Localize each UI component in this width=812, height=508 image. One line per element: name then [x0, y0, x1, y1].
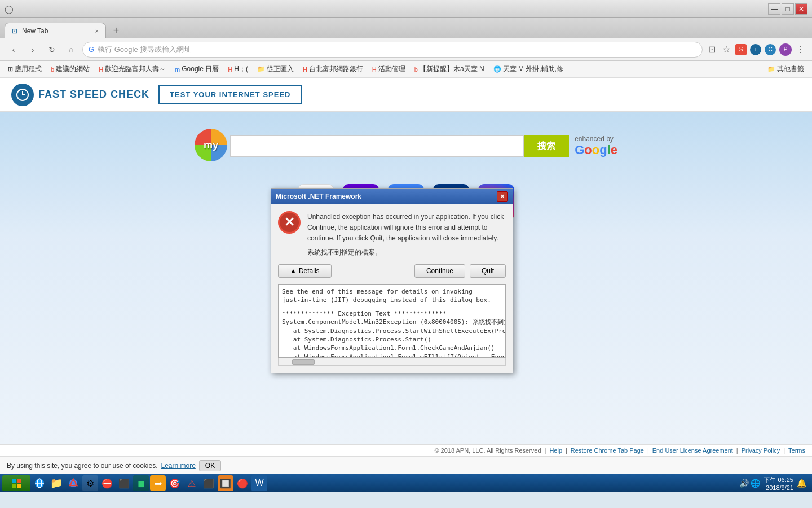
address-bar[interactable]: G 執行 Google 搜尋或輸入網址	[82, 42, 703, 58]
bookmark-fubon[interactable]: H 歡迎光臨富邦人壽～	[95, 63, 169, 75]
taskbar-app9[interactable]: 🔲	[218, 475, 233, 491]
new-tab-button[interactable]: +	[108, 23, 124, 38]
refresh-button[interactable]: ↻	[44, 42, 60, 58]
bookmark-icon2: H	[99, 66, 103, 73]
title-bar: ◯ — □ ✕	[0, 0, 812, 18]
scroll-thumb[interactable]	[292, 359, 315, 365]
dialog-buttons: ▲ Details Continue Quit	[278, 264, 506, 278]
dialog-main-message: Unhandled exception has occurred in your…	[307, 211, 506, 257]
bookmark-plugin[interactable]: 🌐 天室 M 外掛,輔助,修	[490, 63, 567, 75]
details-button[interactable]: ▲ Details	[278, 264, 332, 278]
svg-rect-8	[17, 484, 21, 488]
ext-icon3[interactable]: C	[765, 44, 776, 55]
taskbar-app11[interactable]: W	[251, 475, 267, 491]
taskbar-app4[interactable]: ◼	[133, 475, 149, 491]
bookmark-others[interactable]: 📁 其他書籤	[764, 63, 807, 75]
bookmark-suggested[interactable]: b 建議的網站	[47, 63, 93, 75]
tab-favicon: ⊡	[12, 27, 17, 35]
ext-icon1[interactable]: S	[735, 44, 747, 55]
log-spacer	[282, 305, 502, 309]
taskbar-app3[interactable]: ⬛	[116, 475, 132, 491]
svg-rect-6	[17, 479, 21, 483]
bookmark-h[interactable]: H H；(	[224, 63, 251, 75]
log-body-text: ************** Exception Text **********…	[282, 309, 502, 358]
home-button[interactable]: ⌂	[63, 42, 79, 58]
bookmark-icon1: b	[51, 66, 54, 73]
address-icons: ⊡ ☆ S i C P ⋮	[706, 43, 806, 56]
taskbar-app7[interactable]: ⚠	[184, 475, 200, 491]
bookmark-icon7: 🌐	[493, 65, 501, 73]
error-icon: ✕	[278, 211, 301, 234]
calendar-icon: m	[175, 66, 180, 73]
taskbar-app10[interactable]: 🔴	[235, 475, 250, 491]
start-button[interactable]	[2, 475, 30, 491]
taskbar: 📁 ⚙ ⛔ ⬛ ◼ ➡ 🎯 ⚠ ⬛ 🔲 🔴 W 🔊 🌐 下午 06:25 201…	[0, 474, 812, 492]
bookmark-icon[interactable]: ☆	[721, 44, 732, 55]
close-button[interactable]: ✕	[795, 3, 807, 15]
bookmark-calendar[interactable]: m Google 日曆	[171, 63, 222, 75]
folder-icon2: 📁	[767, 65, 775, 73]
ext-icon2[interactable]: i	[750, 44, 761, 55]
dialog-sub-message: 系統找不到指定的檔案。	[307, 248, 506, 257]
tab-bar: ⊡ New Tab × +	[0, 18, 812, 38]
bookmark-apps[interactable]: ⊞ 應用程式	[5, 63, 45, 75]
bookmark-plugin-label: 天室 M 外掛,輔助,修	[503, 64, 563, 74]
taskbar-app8[interactable]: ⬛	[201, 475, 217, 491]
google-icon: G	[89, 45, 94, 54]
bookmark-notice[interactable]: b 【新提醒】木a天室 N	[411, 63, 488, 75]
chrome-icon: ◯	[5, 5, 14, 14]
dialog-log[interactable]: See the end of this message for details …	[278, 284, 506, 358]
forward-button[interactable]: ›	[25, 42, 41, 58]
dialog-header: ✕ Unhandled exception has occurred in yo…	[278, 211, 506, 257]
menu-button[interactable]: ⋮	[795, 44, 806, 55]
bookmark-folder1[interactable]: 📁 從正匯入	[254, 63, 297, 75]
bookmark-bank[interactable]: H 台北富邦網路銀行	[299, 63, 367, 75]
bookmark-activity[interactable]: H 活動管理	[369, 63, 409, 75]
bookmark-icon3: H	[228, 66, 232, 73]
bookmark-icon4: H	[303, 66, 307, 73]
bookmark-activity-label: 活動管理	[378, 64, 405, 74]
taskbar-explorer[interactable]: 📁	[48, 475, 64, 491]
continue-button[interactable]: Continue	[414, 264, 465, 278]
page-content: FAST SPEED CHECK TEST YOUR INTERNET SPEE…	[0, 78, 812, 474]
system-tray: 🔊 🌐	[739, 479, 761, 488]
quit-button[interactable]: Quit	[470, 264, 506, 278]
notifications-icon[interactable]: 🔔	[797, 479, 806, 488]
taskbar-app5[interactable]: ➡	[150, 475, 166, 491]
bookmark-suggested-label: 建議的網站	[56, 64, 90, 74]
svg-rect-7	[12, 484, 16, 488]
clock[interactable]: 下午 06:25 2018/9/21	[764, 476, 793, 491]
taskbar-app1[interactable]: ⚙	[82, 475, 98, 491]
maximize-button[interactable]: □	[782, 3, 794, 15]
minimize-button[interactable]: —	[768, 3, 780, 15]
dialog-close-button[interactable]: ×	[497, 191, 508, 202]
dialog-message-text: Unhandled exception has occurred in your…	[307, 213, 504, 242]
bookmark-folder1-label: 從正匯入	[267, 64, 294, 74]
svg-point-14	[72, 481, 75, 485]
folder-icon1: 📁	[257, 65, 265, 73]
address-text: 執行 Google 搜尋或輸入網址	[98, 45, 696, 55]
clock-time: 下午 06:25	[764, 476, 793, 484]
bookmark-fubon-label: 歡迎光臨富邦人壽～	[105, 64, 166, 74]
dialog-overlay: Microsoft .NET Framework × ✕ Unhandled e…	[0, 78, 812, 474]
active-tab[interactable]: ⊡ New Tab ×	[5, 23, 106, 38]
dialog-body: ✕ Unhandled exception has occurred in yo…	[271, 204, 513, 373]
tab-close-button[interactable]: ×	[95, 28, 99, 34]
bookmark-calendar-label: Google 日曆	[182, 64, 219, 74]
details-label: Details	[299, 267, 320, 275]
taskbar-right: 🔊 🌐 下午 06:25 2018/9/21 🔔	[739, 476, 810, 491]
cast-icon[interactable]: ⊡	[706, 44, 717, 55]
taskbar-app2[interactable]: ⛔	[99, 475, 115, 491]
taskbar-chrome[interactable]	[65, 475, 81, 491]
apps-icon: ⊞	[8, 65, 13, 73]
horizontal-scrollbar[interactable]	[278, 358, 506, 366]
profile-icon[interactable]: P	[779, 43, 792, 56]
taskbar-ie[interactable]	[32, 475, 47, 491]
bookmark-bank-label: 台北富邦網路銀行	[309, 64, 363, 74]
taskbar-app6[interactable]: 🎯	[167, 475, 183, 491]
dialog-title-text: Microsoft .NET Framework	[276, 192, 361, 200]
clock-date: 2018/9/21	[764, 484, 793, 491]
dotnet-dialog: Microsoft .NET Framework × ✕ Unhandled e…	[271, 188, 513, 373]
back-button[interactable]: ‹	[6, 42, 21, 58]
bookmark-notice-label: 【新提醒】木a天室 N	[420, 64, 484, 74]
